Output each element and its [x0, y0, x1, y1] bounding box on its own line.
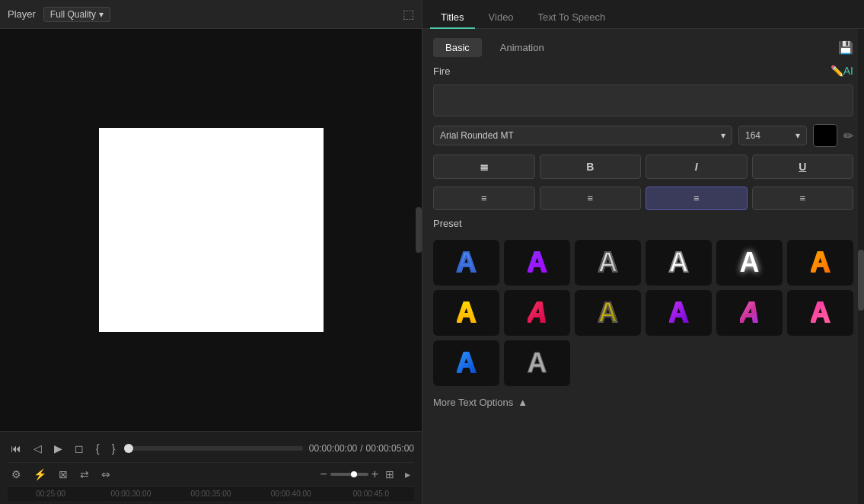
preset-letter-4: A [669, 247, 689, 279]
preset-letter-6: A [811, 247, 831, 279]
mark-in-button[interactable]: { [93, 441, 103, 456]
ruler-mark-4: 00:00:40:00 [251, 490, 331, 498]
mark-out-button[interactable]: } [109, 441, 119, 456]
split-button[interactable]: ⚡ [30, 466, 50, 483]
progress-bar[interactable] [124, 446, 302, 451]
preset-item-11[interactable]: A [716, 290, 783, 336]
ruler-mark-5: 00:00:45:0 [331, 490, 411, 498]
expand-button[interactable]: ⇔ [97, 466, 114, 483]
bold-button[interactable]: B [540, 155, 642, 179]
chevron-down-icon: ▾ [99, 9, 104, 20]
underline-icon: U [799, 161, 806, 173]
quality-dropdown[interactable]: Full Quality ▾ [43, 7, 110, 22]
playback-controls: ⏮ ◁ ▶ ◻ { } 00:00:00:00 / 00:00:05:00 [8, 438, 414, 462]
preset-letter-10: A [669, 297, 689, 329]
preset-label: Preset [433, 218, 853, 229]
preset-item-7[interactable]: A [433, 290, 499, 336]
grid-layout-button[interactable]: ⊞ [381, 466, 398, 483]
right-panel: Titles Video Text To Speech Basic Animat… [422, 0, 864, 504]
rewind-button[interactable]: ⏮ [8, 441, 24, 456]
tab-titles[interactable]: Titles [430, 7, 475, 29]
quality-label: Full Quality [50, 9, 96, 20]
sub-tab-basic[interactable]: Basic [433, 38, 482, 57]
preset-letter-8: A [528, 297, 547, 329]
text-input-field[interactable] [433, 85, 853, 116]
more-text-options-label: More Text Options [433, 397, 513, 408]
time-display: 00:00:00:00 / 00:00:05:00 [309, 443, 414, 454]
zoom-in-button[interactable]: + [371, 467, 378, 481]
more-text-options-row[interactable]: More Text Options ▲ [433, 394, 853, 408]
fire-title: Fire [433, 65, 450, 77]
progress-thumb[interactable] [124, 444, 133, 453]
align-justify-button[interactable]: ≡ [752, 187, 854, 210]
underline-button[interactable]: U [752, 155, 854, 179]
align-justify-icon: ≡ [799, 193, 805, 204]
italic-button[interactable]: I [646, 155, 748, 179]
save-preset-icon[interactable]: 💾 [838, 40, 853, 55]
zoom-out-button[interactable]: − [320, 467, 327, 481]
timeline-ruler: 00:25:00 00:00:30:00 00:00:35:00 00:00:4… [8, 486, 414, 501]
preset-item-8[interactable]: A [504, 290, 570, 336]
preset-letter-2: A [528, 247, 547, 279]
preset-item-13[interactable]: A [433, 340, 499, 386]
scrollbar-thumb[interactable] [858, 250, 864, 311]
preview-canvas [99, 128, 324, 332]
preset-item-9[interactable]: A [575, 290, 641, 336]
ai-icon[interactable]: ✏️AI [831, 65, 853, 77]
stop-button[interactable]: ◻ [72, 441, 87, 456]
tab-text-to-speech[interactable]: Text To Speech [528, 7, 617, 29]
preset-item-1[interactable]: A [433, 240, 499, 285]
preset-item-3[interactable]: A [575, 240, 641, 285]
eyedropper-button[interactable]: ✏ [843, 129, 853, 143]
preset-item-12[interactable]: A [787, 290, 853, 336]
preset-item-14[interactable]: A [504, 340, 570, 386]
align-center-button[interactable]: ≡ [540, 187, 642, 210]
screenshot-icon[interactable]: ⬚ [403, 7, 414, 21]
play-prev-frame-button[interactable]: ◁ [30, 441, 45, 456]
preset-letter-9: A [598, 297, 618, 329]
align-right-icon: ≡ [693, 193, 700, 204]
time-separator: / [360, 443, 362, 454]
align-buttons-row: ≡ ≡ ≡ ≡ [433, 187, 853, 210]
style-buttons-row: ≣ B I U [433, 155, 853, 179]
preset-item-2[interactable]: A [504, 240, 570, 285]
ruler-mark-3: 00:00:35:00 [171, 490, 250, 498]
size-chevron-icon: ▾ [795, 130, 800, 141]
align-right-button[interactable]: ≡ [646, 187, 748, 210]
font-select[interactable]: Arial Rounded MT ▾ [433, 126, 732, 145]
player-header: Player Full Quality ▾ ⬚ [0, 0, 422, 29]
ruler-mark-2: 00:00:30:00 [91, 490, 171, 498]
tab-video[interactable]: Video [478, 7, 524, 29]
settings-button[interactable]: ⚙ [8, 466, 25, 483]
preset-item-10[interactable]: A [646, 290, 712, 336]
side-slider[interactable] [416, 207, 422, 253]
total-time: 00:00:05:00 [366, 443, 414, 454]
more-options-button[interactable]: ▸ [401, 466, 414, 483]
play-button[interactable]: ▶ [51, 441, 65, 456]
trim-button[interactable]: ⊠ [55, 466, 72, 483]
swap-button[interactable]: ⇄ [76, 466, 93, 483]
fire-section-header: Fire ✏️AI [433, 65, 853, 77]
font-name: Arial Rounded MT [440, 130, 514, 141]
preset-item-6[interactable]: A [787, 240, 853, 285]
scrollbar-track [858, 29, 864, 504]
preset-letter-13: A [457, 347, 477, 379]
panel-content: Basic Animation 💾 Fire ✏️AI Arial Rounde… [422, 29, 864, 504]
current-time: 00:00:00:00 [309, 443, 357, 454]
zoom-thumb [351, 471, 357, 477]
align-left-button[interactable]: ≡ [433, 187, 535, 210]
tab-bar: Titles Video Text To Speech [422, 0, 864, 29]
color-swatch[interactable] [813, 124, 837, 147]
toolbar-row: ⚙ ⚡ ⊠ ⇄ ⇔ − + ⊞ ▸ [8, 462, 414, 486]
sub-tab-row: Basic Animation 💾 [433, 38, 853, 57]
sub-tab-animation[interactable]: Animation [488, 38, 556, 57]
preset-letter-3: A [598, 247, 618, 279]
font-size-select[interactable]: 164 ▾ [738, 126, 807, 145]
italic-icon: I [695, 161, 698, 173]
zoom-slider[interactable] [330, 473, 368, 476]
preset-letter-14: A [528, 347, 547, 379]
justify-button[interactable]: ≣ [433, 155, 535, 179]
preset-item-5[interactable]: A [716, 240, 783, 285]
ruler-mark-1: 00:25:00 [11, 490, 91, 498]
preset-item-4[interactable]: A [646, 240, 712, 285]
